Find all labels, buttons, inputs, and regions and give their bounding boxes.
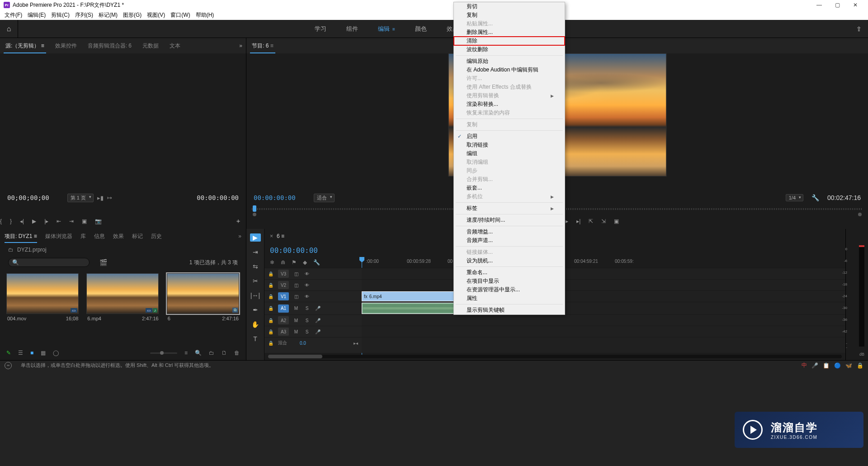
pen-icon[interactable]: ✎	[6, 350, 11, 356]
go-out-icon[interactable]: ▸|	[576, 218, 580, 224]
razor-tool-icon[interactable]: ✂	[250, 277, 261, 285]
context-menu-item[interactable]: ✓启用	[454, 132, 565, 141]
lock-icon[interactable]: 🔒	[268, 306, 274, 311]
type-tool-icon[interactable]: T	[250, 335, 261, 343]
source-icon-b[interactable]: ↦	[107, 195, 112, 201]
project-tab-4[interactable]: 效果	[113, 233, 124, 240]
new-bin-icon[interactable]: 🗀	[209, 350, 214, 356]
context-menu-item[interactable]: 在 Adobe Audition 中编辑剪辑	[454, 66, 565, 74]
workspace-tab-学习[interactable]: 学习	[314, 23, 327, 35]
context-menu-item[interactable]: 属性	[454, 294, 565, 303]
voice-icon[interactable]: 🎤	[314, 318, 321, 323]
menu-标记(M)[interactable]: 标记(M)	[96, 11, 120, 19]
solo-icon[interactable]: S	[303, 318, 311, 323]
context-menu-item[interactable]: 删除属性...	[454, 28, 565, 37]
context-menu-item[interactable]: 取消链接	[454, 141, 565, 149]
menu-帮助(H)[interactable]: 帮助(H)	[193, 11, 217, 19]
context-menu-item[interactable]: 剪切	[454, 2, 565, 11]
overwrite-icon[interactable]: ⇥	[69, 218, 74, 224]
project-tab-2[interactable]: 库	[80, 233, 86, 240]
selection-tool-icon[interactable]: ▶	[250, 233, 261, 242]
project-item[interactable]: ▭♪6.mp42:47:16	[86, 273, 159, 321]
context-menu-item[interactable]: 速度/持续时间...	[454, 216, 565, 224]
new-bin-icon[interactable]: 🎬	[99, 259, 107, 266]
voice-icon[interactable]: 🎤	[314, 306, 321, 311]
tray-icon-3[interactable]: 🔵	[834, 362, 841, 369]
context-menu-item[interactable]: 在项目中显示	[454, 277, 565, 285]
project-tab-1[interactable]: 媒体浏览器	[45, 233, 72, 240]
insert-icon[interactable]: ⇤	[57, 218, 61, 224]
sequence-tab[interactable]: 6 ≡	[277, 233, 284, 239]
sort-icon[interactable]: ◯	[53, 350, 59, 356]
context-menu-item[interactable]: 渲染和替换...	[454, 100, 565, 109]
play-icon[interactable]: ▶	[32, 218, 36, 224]
marker-icon[interactable]: ◆	[303, 259, 307, 266]
home-icon[interactable]: ⌂	[0, 20, 18, 38]
share-icon[interactable]: ⇪	[850, 25, 868, 33]
linked-sel-icon[interactable]: ⚑	[292, 259, 297, 266]
project-tab-5[interactable]: 标记	[132, 233, 143, 240]
source-tabs-overflow-icon[interactable]: »	[239, 43, 242, 49]
project-item[interactable]: ▭004.mov16;08	[6, 273, 79, 321]
source-tab-0[interactable]: 源:（无剪辑） ≡	[4, 38, 46, 53]
clip-context-menu[interactable]: 剪切复制粘贴属性...删除属性...清除波纹删除编辑原始在 Adobe Audi…	[453, 2, 565, 315]
context-menu-item[interactable]: 清除	[454, 37, 565, 45]
menu-文件(F)[interactable]: 文件(F)	[2, 11, 25, 19]
context-menu-item[interactable]: 嵌套...	[454, 184, 565, 192]
context-menu-item[interactable]: 波纹删除	[454, 45, 565, 54]
mute-icon[interactable]: M	[292, 329, 300, 334]
lift-icon[interactable]: ⇱	[589, 218, 593, 224]
track-output-icon[interactable]: ◫	[292, 271, 300, 276]
mute-icon[interactable]: M	[292, 318, 300, 323]
source-scrubber[interactable]	[5, 204, 241, 214]
freeform-view-icon[interactable]: ▦	[41, 350, 46, 356]
mark-in-icon[interactable]: {	[0, 218, 2, 224]
context-menu-item[interactable]: 编组	[454, 149, 565, 158]
project-search-input[interactable]: 🔍	[8, 258, 90, 267]
project-tab-6[interactable]: 历史	[151, 233, 162, 240]
track-target[interactable]: V1	[278, 292, 289, 300]
add-button-icon[interactable]: ＋	[235, 217, 241, 225]
icon-view-icon[interactable]: ■	[30, 350, 33, 356]
maximize-button[interactable]: ▢	[828, 2, 846, 8]
source-tab-1[interactable]: 效果控件	[53, 38, 79, 53]
project-tab-3[interactable]: 信息	[94, 233, 105, 240]
lock-icon[interactable]: 🔒	[268, 341, 274, 346]
track-visibility-icon[interactable]: 👁	[303, 271, 311, 276]
program-zoom-dropdown[interactable]: 1/4	[786, 194, 803, 201]
project-item[interactable]: ⧉62:47:16	[167, 273, 240, 321]
menu-窗口(W)[interactable]: 窗口(W)	[168, 11, 193, 19]
pen-tool-icon[interactable]: ✒	[250, 306, 261, 314]
lock-icon[interactable]: 🔒	[268, 271, 274, 276]
tab-program[interactable]: 节目: 6 ≡	[250, 38, 275, 53]
menu-视图(V)[interactable]: 视图(V)	[144, 11, 168, 19]
source-page-dropdown[interactable]: 第 1 页	[67, 194, 94, 202]
context-menu-item[interactable]: 编辑原始	[454, 57, 565, 66]
mute-icon[interactable]: M	[292, 306, 300, 311]
lock-icon[interactable]: 🔒	[268, 283, 274, 288]
trash-icon[interactable]: 🗑	[234, 350, 240, 356]
track-output-icon[interactable]: ◫	[292, 294, 300, 299]
ripple-tool-icon[interactable]: ⇆	[250, 262, 261, 271]
lock-icon[interactable]: 🔒	[268, 318, 274, 323]
source-tab-2[interactable]: 音频剪辑混合器: 6	[86, 38, 133, 53]
workspace-tab-编辑[interactable]: 编辑	[377, 23, 396, 35]
new-item-icon[interactable]: 🗋	[222, 350, 227, 356]
export-frame-icon[interactable]: ▣	[614, 218, 619, 224]
project-tab-0[interactable]: 项目: DYZ1 ≡	[5, 233, 37, 240]
track-output-icon[interactable]: ◫	[292, 283, 300, 288]
menu-剪辑(C)[interactable]: 剪辑(C)	[48, 11, 72, 19]
track-target[interactable]: A3	[278, 328, 289, 336]
extract-icon[interactable]: ⇲	[601, 218, 606, 224]
solo-icon[interactable]: S	[303, 329, 311, 334]
tray-icon-2[interactable]: 📋	[823, 362, 830, 369]
step-fwd-icon[interactable]: |▸	[44, 218, 48, 224]
timeline-h-scroll[interactable]	[264, 353, 845, 360]
context-menu-item[interactable]: 重命名...	[454, 268, 565, 277]
solo-icon[interactable]: S	[303, 306, 311, 311]
mark-out-icon[interactable]: }	[10, 218, 12, 224]
mix-arrow-icon[interactable]: ▸◂	[354, 341, 358, 346]
track-visibility-icon[interactable]: 👁	[303, 283, 311, 288]
track-target[interactable]: A2	[278, 316, 289, 324]
context-menu-item[interactable]: 复制	[454, 11, 565, 19]
